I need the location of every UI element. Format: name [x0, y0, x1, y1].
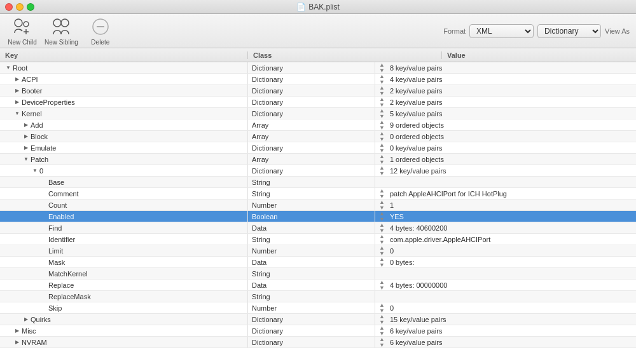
disclosure-triangle[interactable]: ▼: [5, 65, 11, 71]
value-stepper[interactable]: ▲▼: [379, 154, 385, 165]
table-row[interactable]: CountNumber▲▼1: [0, 199, 636, 211]
disclosure-triangle[interactable]: ▶: [14, 99, 20, 105]
format-select[interactable]: XML Binary JSON OpenStep: [469, 24, 534, 38]
class-cell: Dictionary: [248, 85, 375, 96]
new-child-button[interactable]: New Child: [6, 17, 38, 46]
minimize-button[interactable]: [16, 3, 24, 11]
value-stepper[interactable]: ▲▼: [379, 337, 385, 347]
class-cell: Data: [248, 222, 375, 233]
table-row[interactable]: ▶DevicePropertiesDictionary▲▼2 key/value…: [0, 97, 636, 108]
value-stepper[interactable]: ▲▼: [379, 108, 385, 119]
value-stepper[interactable]: ▲▼: [379, 97, 385, 107]
value-cell: ▲▼12 key/value pairs: [375, 165, 636, 176]
value-stepper[interactable]: ▲▼: [379, 314, 385, 325]
table-row[interactable]: LimitNumber▲▼0: [0, 245, 636, 257]
close-button[interactable]: [5, 3, 13, 11]
value-cell: ▲▼15 key/value pairs: [375, 314, 636, 325]
disclosure-triangle[interactable]: ▼: [32, 168, 38, 174]
disclosure-triangle[interactable]: ▼: [14, 111, 20, 117]
disclosure-triangle[interactable]: ▶: [23, 145, 29, 151]
key-cell: ▶NVRAM: [0, 337, 248, 347]
key-cell: Enabled: [0, 211, 248, 222]
view-as-select[interactable]: Dictionary Array String Number Boolean D…: [537, 24, 601, 38]
value-stepper[interactable]: ▲▼: [379, 119, 385, 130]
disclosure-triangle[interactable]: ▼: [23, 156, 29, 163]
value-stepper[interactable]: ▲▼: [379, 62, 385, 73]
new-sibling-button[interactable]: New Sibling: [45, 17, 78, 46]
table-row[interactable]: FindData▲▼4 bytes: 40600200: [0, 222, 636, 234]
format-label: Format: [443, 27, 466, 35]
disclosure-triangle[interactable]: ▶: [14, 328, 20, 334]
disclosure-triangle[interactable]: ▶: [14, 88, 20, 94]
value-stepper[interactable]: ▲▼: [379, 280, 385, 290]
table-row[interactable]: ReplaceData▲▼4 bytes: 00000000: [0, 280, 636, 291]
table-row[interactable]: EnabledBoolean▲▼YES: [0, 211, 636, 222]
class-cell: Dictionary: [248, 74, 375, 84]
table-row[interactable]: BaseString: [0, 177, 636, 188]
maximize-button[interactable]: [27, 3, 34, 11]
table-row[interactable]: ▼RootDictionary▲▼8 key/value pairs: [0, 62, 636, 74]
key-text: Find: [48, 224, 62, 232]
key-cell: ▼Kernel: [0, 108, 248, 119]
table-row[interactable]: ▼KernelDictionary▲▼5 key/value pairs: [0, 108, 636, 119]
disclosure-triangle[interactable]: ▶: [23, 122, 29, 128]
table-row[interactable]: MatchKernelString: [0, 268, 636, 280]
table-row[interactable]: ▶BlockArray▲▼0 ordered objects: [0, 131, 636, 142]
value-stepper[interactable]: ▲▼: [379, 85, 385, 96]
value-stepper[interactable]: ▲▼: [379, 325, 385, 336]
table-row[interactable]: ▶QuirksDictionary▲▼15 key/value pairs: [0, 314, 636, 325]
table-row[interactable]: ▶MiscDictionary▲▼6 key/value pairs: [0, 325, 636, 337]
value-cell: ▲▼2 key/value pairs: [375, 85, 636, 96]
key-text: 0: [39, 167, 43, 175]
table-row[interactable]: ▶BooterDictionary▲▼2 key/value pairs: [0, 85, 636, 97]
value-stepper[interactable]: ▲▼: [379, 165, 385, 176]
table-row[interactable]: ▶NVRAMDictionary▲▼6 key/value pairs: [0, 337, 636, 348]
value-text: 2 key/value pairs: [390, 98, 443, 106]
value-text: 6 key/value pairs: [390, 339, 443, 346]
svg-point-5: [61, 19, 69, 27]
table-row[interactable]: IdentifierString▲▼com.apple.driver.Apple…: [0, 234, 636, 245]
traffic-lights: [5, 3, 34, 11]
key-text: Skip: [48, 304, 62, 312]
key-text: Emulate: [31, 144, 56, 152]
table-row[interactable]: ▼PatchArray▲▼1 ordered objects: [0, 154, 636, 165]
class-cell: Array: [248, 131, 375, 142]
value-stepper[interactable]: ▲▼: [379, 245, 385, 256]
value-stepper[interactable]: ▲▼: [379, 257, 385, 267]
disclosure-triangle[interactable]: ▶: [14, 76, 20, 83]
table-row[interactable]: ▶ACPIDictionary▲▼4 key/value pairs: [0, 74, 636, 85]
value-stepper[interactable]: ▲▼: [379, 142, 385, 153]
table-row[interactable]: ReplaceMaskString: [0, 291, 636, 302]
key-cell: ReplaceMask: [0, 291, 248, 302]
key-cell: ▶Add: [0, 119, 248, 130]
table-row[interactable]: CommentString▲▼patch AppleAHCIPort for I…: [0, 188, 636, 199]
disclosure-triangle[interactable]: ▶: [23, 133, 29, 140]
key-cell: Base: [0, 177, 248, 187]
key-text: Limit: [48, 247, 63, 255]
value-stepper[interactable]: ▲▼: [379, 234, 385, 245]
table-row[interactable]: ▶AddArray▲▼9 ordered objects: [0, 119, 636, 131]
key-text: DeviceProperties: [22, 98, 75, 106]
table-row[interactable]: SkipNumber▲▼0: [0, 302, 636, 314]
delete-button[interactable]: Delete: [85, 17, 116, 46]
new-child-icon: [12, 17, 32, 37]
value-stepper[interactable]: ▲▼: [379, 211, 385, 222]
table-area[interactable]: ▼RootDictionary▲▼8 key/value pairs▶ACPID…: [0, 62, 636, 364]
value-stepper[interactable]: ▲▼: [379, 188, 385, 199]
table-row[interactable]: MaskData▲▼0 bytes:: [0, 257, 636, 268]
value-stepper[interactable]: ▲▼: [379, 222, 385, 233]
svg-point-1: [24, 22, 29, 27]
disclosure-triangle[interactable]: ▶: [23, 316, 29, 323]
key-text: ACPI: [22, 76, 38, 83]
key-text: Misc: [22, 327, 36, 335]
value-stepper[interactable]: ▲▼: [379, 131, 385, 142]
value-stepper[interactable]: ▲▼: [379, 74, 385, 84]
table-row[interactable]: ▶EmulateDictionary▲▼0 key/value pairs: [0, 142, 636, 154]
key-cell: Find: [0, 222, 248, 233]
table-row[interactable]: ▼0Dictionary▲▼12 key/value pairs: [0, 165, 636, 177]
value-cell: ▲▼4 bytes: 00000000: [375, 280, 636, 290]
value-cell: ▲▼4 bytes: 40600200: [375, 222, 636, 233]
value-stepper[interactable]: ▲▼: [379, 302, 385, 313]
disclosure-triangle[interactable]: ▶: [14, 339, 20, 346]
value-stepper[interactable]: ▲▼: [379, 199, 385, 210]
